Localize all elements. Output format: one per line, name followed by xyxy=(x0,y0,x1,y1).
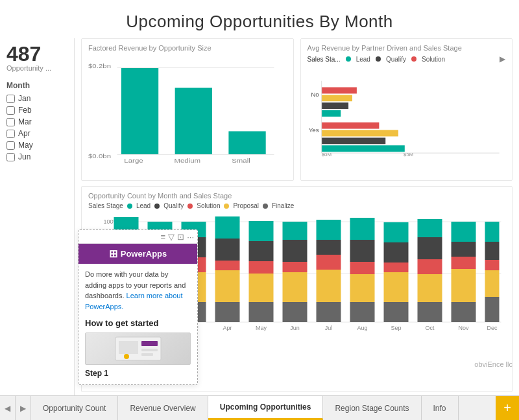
legend3-solution-label: Solution xyxy=(197,202,220,209)
svg-rect-86 xyxy=(384,262,409,272)
watermark: obviEnce llc xyxy=(474,360,513,368)
svg-text:$0.2bn: $0.2bn xyxy=(88,63,111,69)
svg-text:Apr: Apr xyxy=(223,325,232,331)
svg-text:Oct: Oct xyxy=(425,325,435,331)
powerapps-body: Do more with your data by adding apps to… xyxy=(78,264,197,384)
main-container: Upcoming Opportunities By Month 487 Oppo… xyxy=(0,0,519,420)
tab-upcoming-opportunities[interactable]: Upcoming Opportunities xyxy=(208,396,324,420)
svg-rect-64 xyxy=(249,221,274,241)
filter-jun[interactable]: Jun xyxy=(6,152,67,161)
sidebar: 487 Opportunity ... Month Jan Feb Mar Ap… xyxy=(0,38,75,395)
svg-rect-72 xyxy=(317,302,341,322)
svg-rect-90 xyxy=(418,302,442,322)
tab-revenue-overview[interactable]: Revenue Overview xyxy=(118,396,208,420)
tab-opportunity-count[interactable]: Opportunity Count xyxy=(31,396,118,420)
filter-may[interactable]: May xyxy=(6,141,67,150)
powerapps-header: ⊞ PowerApps xyxy=(78,244,197,264)
step-title: How to get started xyxy=(85,317,191,330)
svg-point-29 xyxy=(124,354,129,359)
filter-mar[interactable]: Mar xyxy=(6,117,67,126)
svg-rect-91 xyxy=(418,274,442,302)
svg-rect-68 xyxy=(283,262,308,272)
svg-rect-96 xyxy=(452,302,476,322)
svg-rect-19 xyxy=(321,145,404,152)
svg-rect-92 xyxy=(418,259,442,274)
avg-revenue-chart: Avg Revenue by Partner Driven and Sales … xyxy=(300,38,513,181)
svg-text:Jul: Jul xyxy=(325,325,333,331)
svg-rect-94 xyxy=(418,219,442,237)
legend-expand-icon[interactable]: ▶ xyxy=(500,54,505,64)
bottom-tabs: ◀ ▶ Opportunity Count Revenue Overview U… xyxy=(0,395,519,420)
svg-rect-85 xyxy=(384,272,409,302)
hbar-svg: No Yes $0M $5M xyxy=(308,67,506,158)
content-area: 487 Opportunity ... Month Jan Feb Mar Ap… xyxy=(0,38,519,395)
toolbar-more-icon[interactable]: ··· xyxy=(187,232,194,242)
svg-rect-62 xyxy=(249,261,274,274)
svg-rect-74 xyxy=(317,255,341,270)
svg-text:Medium: Medium xyxy=(174,158,200,164)
chart1-title: Factored Revenue by Opportunity Size xyxy=(88,44,287,52)
svg-rect-75 xyxy=(317,240,341,255)
svg-rect-15 xyxy=(321,110,341,117)
legend3-lead-dot xyxy=(127,204,132,209)
svg-rect-80 xyxy=(350,262,375,274)
svg-text:Large: Large xyxy=(124,158,143,164)
toolbar-expand-icon[interactable]: ⊡ xyxy=(177,232,184,242)
step-label: Step 1 xyxy=(85,368,191,379)
svg-text:$5M: $5M xyxy=(403,152,413,158)
svg-rect-56 xyxy=(215,261,240,270)
svg-rect-104 xyxy=(485,260,500,270)
legend-qualify-label: Qualify xyxy=(386,56,406,63)
svg-rect-55 xyxy=(215,270,240,302)
legend-lead-label: Lead xyxy=(356,56,370,63)
svg-rect-81 xyxy=(350,240,375,262)
svg-rect-27 xyxy=(141,349,158,351)
svg-rect-13 xyxy=(321,95,352,101)
svg-text:$0M: $0M xyxy=(321,152,331,158)
svg-rect-88 xyxy=(384,222,409,242)
svg-rect-12 xyxy=(321,88,356,94)
svg-rect-66 xyxy=(283,302,308,322)
svg-text:Dec: Dec xyxy=(487,325,498,331)
powerapps-header-label: PowerApps xyxy=(121,249,167,259)
legend-lead-dot xyxy=(346,56,351,62)
filter-jan[interactable]: Jan xyxy=(6,94,67,103)
svg-rect-54 xyxy=(215,302,240,322)
svg-text:Jun: Jun xyxy=(290,325,300,331)
svg-rect-58 xyxy=(215,216,240,239)
powerapps-step: How to get started Step 1 xyxy=(85,317,191,379)
svg-rect-70 xyxy=(283,222,308,240)
tab-region-stage-counts[interactable]: Region Stage Counts xyxy=(323,396,421,420)
filter-scroll: Jan Feb Mar Apr May Jun xyxy=(6,94,67,164)
legend3-proposal-dot xyxy=(224,204,229,209)
toolbar-filter-icon[interactable]: ▽ xyxy=(168,232,175,242)
tab-prev-btn[interactable]: ◀ xyxy=(0,396,16,420)
toolbar-lines-icon[interactable]: ≡ xyxy=(161,232,166,242)
legend3-finalize-label: Finalize xyxy=(272,202,294,209)
legend-solution-dot xyxy=(411,56,416,62)
factored-revenue-chart: Factored Revenue by Opportunity Size $0.… xyxy=(81,38,294,181)
svg-rect-26 xyxy=(141,341,158,346)
tab-next-btn[interactable]: ▶ xyxy=(16,396,31,420)
legend3-qualify-dot xyxy=(154,204,160,209)
svg-rect-105 xyxy=(485,242,500,260)
legend-sales-stage: Sales Sta... xyxy=(308,56,341,63)
tab-add-btn[interactable]: + xyxy=(496,396,519,420)
filter-apr[interactable]: Apr xyxy=(6,129,67,138)
svg-rect-60 xyxy=(249,302,274,322)
page-title: Upcoming Opportunities By Month xyxy=(0,0,519,38)
kpi-number: 487 xyxy=(6,43,67,64)
svg-rect-82 xyxy=(350,218,375,240)
tab-info[interactable]: Info xyxy=(422,396,459,420)
chart3-title: Opportunity Count by Month and Sales Sta… xyxy=(88,192,505,200)
legend3-solution-dot xyxy=(187,204,193,209)
filter-feb[interactable]: Feb xyxy=(6,106,67,115)
filter-label: Month xyxy=(6,81,67,90)
svg-rect-78 xyxy=(350,302,375,322)
step-image xyxy=(85,332,191,365)
powerapps-app-icon: ⊞ xyxy=(109,248,117,260)
svg-rect-3 xyxy=(175,88,212,155)
svg-rect-97 xyxy=(452,269,476,302)
powerapps-popup: ≡ ▽ ⊡ ··· ⊞ PowerApps Do more with your … xyxy=(78,229,198,385)
svg-rect-2 xyxy=(121,68,158,155)
